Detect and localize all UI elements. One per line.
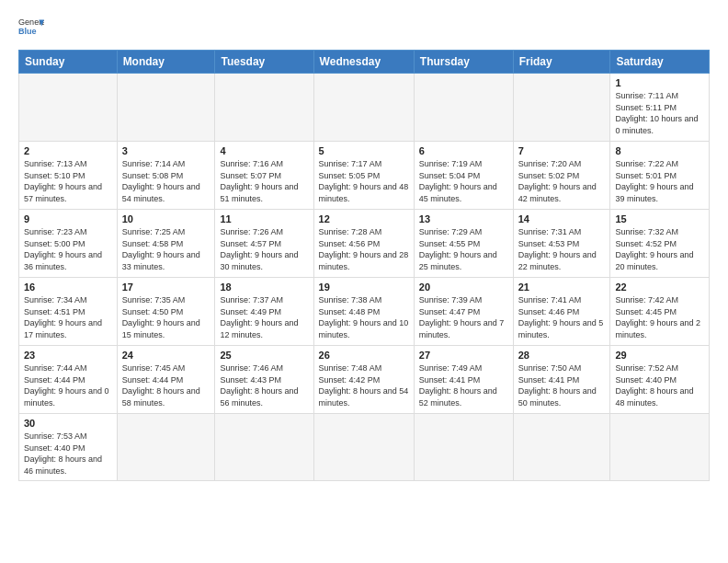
day-info: Sunrise: 7:31 AM Sunset: 4:53 PM Dayligh… (518, 226, 606, 272)
day-info: Sunrise: 7:34 AM Sunset: 4:51 PM Dayligh… (24, 294, 112, 340)
day-info: Sunrise: 7:19 AM Sunset: 5:04 PM Dayligh… (419, 158, 508, 204)
generalblue-logo-icon: General Blue (18, 15, 44, 40)
day-info: Sunrise: 7:14 AM Sunset: 5:08 PM Dayligh… (122, 158, 210, 204)
day-info: Sunrise: 7:53 AM Sunset: 4:40 PM Dayligh… (24, 431, 112, 477)
calendar-cell: 23Sunrise: 7:44 AM Sunset: 4:44 PM Dayli… (19, 346, 118, 414)
calendar-cell (19, 74, 118, 142)
day-info: Sunrise: 7:13 AM Sunset: 5:10 PM Dayligh… (24, 158, 112, 204)
day-number: 20 (419, 282, 508, 293)
day-number: 30 (24, 418, 112, 429)
day-number: 16 (24, 282, 112, 293)
calendar-cell (513, 414, 610, 481)
calendar-cell: 18Sunrise: 7:37 AM Sunset: 4:49 PM Dayli… (215, 278, 313, 346)
calendar-cell: 9Sunrise: 7:23 AM Sunset: 5:00 PM Daylig… (19, 210, 118, 278)
day-info: Sunrise: 7:25 AM Sunset: 4:58 PM Dayligh… (122, 226, 210, 272)
calendar-cell (215, 74, 313, 142)
calendar-cell: 27Sunrise: 7:49 AM Sunset: 4:41 PM Dayli… (414, 346, 513, 414)
calendar-week-row: 2Sunrise: 7:13 AM Sunset: 5:10 PM Daylig… (19, 142, 710, 210)
day-number: 12 (319, 213, 409, 224)
day-info: Sunrise: 7:16 AM Sunset: 5:07 PM Dayligh… (220, 158, 308, 204)
day-number: 22 (615, 282, 704, 293)
calendar-cell: 20Sunrise: 7:39 AM Sunset: 4:47 PM Dayli… (414, 278, 513, 346)
calendar-cell (117, 74, 215, 142)
day-info: Sunrise: 7:20 AM Sunset: 5:02 PM Dayligh… (518, 158, 606, 204)
calendar-cell (610, 414, 710, 481)
calendar-week-row: 23Sunrise: 7:44 AM Sunset: 4:44 PM Dayli… (19, 346, 710, 414)
day-info: Sunrise: 7:32 AM Sunset: 4:52 PM Dayligh… (615, 226, 704, 272)
calendar-cell (117, 414, 215, 481)
day-info: Sunrise: 7:41 AM Sunset: 4:46 PM Dayligh… (518, 294, 606, 340)
calendar-cell: 5Sunrise: 7:17 AM Sunset: 5:05 PM Daylig… (313, 142, 414, 210)
weekday-header-wednesday: Wednesday (313, 51, 414, 74)
calendar-cell: 17Sunrise: 7:35 AM Sunset: 4:50 PM Dayli… (117, 278, 215, 346)
calendar-cell: 26Sunrise: 7:48 AM Sunset: 4:42 PM Dayli… (313, 346, 414, 414)
calendar-cell: 21Sunrise: 7:41 AM Sunset: 4:46 PM Dayli… (513, 278, 610, 346)
weekday-header-tuesday: Tuesday (215, 51, 313, 74)
day-info: Sunrise: 7:42 AM Sunset: 4:45 PM Dayligh… (615, 294, 704, 340)
day-info: Sunrise: 7:11 AM Sunset: 5:11 PM Dayligh… (615, 90, 704, 136)
weekday-header-row: SundayMondayTuesdayWednesdayThursdayFrid… (19, 51, 710, 74)
calendar-cell: 3Sunrise: 7:14 AM Sunset: 5:08 PM Daylig… (117, 142, 215, 210)
calendar-cell (513, 74, 610, 142)
calendar-cell: 4Sunrise: 7:16 AM Sunset: 5:07 PM Daylig… (215, 142, 313, 210)
day-number: 3 (122, 145, 210, 156)
header: General Blue (18, 15, 710, 40)
day-number: 7 (518, 145, 606, 156)
day-number: 10 (122, 213, 210, 224)
day-info: Sunrise: 7:23 AM Sunset: 5:00 PM Dayligh… (24, 226, 112, 272)
calendar-cell: 7Sunrise: 7:20 AM Sunset: 5:02 PM Daylig… (513, 142, 610, 210)
day-number: 24 (122, 350, 210, 361)
calendar-cell: 13Sunrise: 7:29 AM Sunset: 4:55 PM Dayli… (414, 210, 513, 278)
calendar-cell: 30Sunrise: 7:53 AM Sunset: 4:40 PM Dayli… (19, 414, 118, 481)
day-number: 23 (24, 350, 112, 361)
calendar-cell: 25Sunrise: 7:46 AM Sunset: 4:43 PM Dayli… (215, 346, 313, 414)
calendar-cell: 14Sunrise: 7:31 AM Sunset: 4:53 PM Dayli… (513, 210, 610, 278)
calendar-cell: 28Sunrise: 7:50 AM Sunset: 4:41 PM Dayli… (513, 346, 610, 414)
day-number: 11 (220, 213, 308, 224)
day-number: 13 (419, 213, 508, 224)
weekday-header-friday: Friday (513, 51, 610, 74)
calendar-cell: 8Sunrise: 7:22 AM Sunset: 5:01 PM Daylig… (610, 142, 710, 210)
day-info: Sunrise: 7:38 AM Sunset: 4:48 PM Dayligh… (319, 294, 409, 340)
calendar-week-row: 9Sunrise: 7:23 AM Sunset: 5:00 PM Daylig… (19, 210, 710, 278)
day-info: Sunrise: 7:52 AM Sunset: 4:40 PM Dayligh… (615, 362, 704, 408)
day-info: Sunrise: 7:50 AM Sunset: 4:41 PM Dayligh… (518, 362, 606, 408)
day-info: Sunrise: 7:28 AM Sunset: 4:56 PM Dayligh… (319, 226, 409, 272)
day-number: 28 (518, 350, 606, 361)
day-number: 4 (220, 145, 308, 156)
day-info: Sunrise: 7:37 AM Sunset: 4:49 PM Dayligh… (220, 294, 308, 340)
day-number: 1 (615, 77, 704, 88)
calendar-cell (414, 74, 513, 142)
calendar-cell: 15Sunrise: 7:32 AM Sunset: 4:52 PM Dayli… (610, 210, 710, 278)
calendar-cell: 11Sunrise: 7:26 AM Sunset: 4:57 PM Dayli… (215, 210, 313, 278)
weekday-header-sunday: Sunday (19, 51, 118, 74)
calendar-table: SundayMondayTuesdayWednesdayThursdayFrid… (18, 50, 710, 481)
calendar-cell: 24Sunrise: 7:45 AM Sunset: 4:44 PM Dayli… (117, 346, 215, 414)
day-number: 8 (615, 145, 704, 156)
calendar-cell (414, 414, 513, 481)
day-number: 26 (319, 350, 409, 361)
day-number: 15 (615, 213, 704, 224)
day-info: Sunrise: 7:17 AM Sunset: 5:05 PM Dayligh… (319, 158, 409, 204)
day-info: Sunrise: 7:45 AM Sunset: 4:44 PM Dayligh… (122, 362, 210, 408)
day-info: Sunrise: 7:49 AM Sunset: 4:41 PM Dayligh… (419, 362, 508, 408)
calendar-cell (313, 414, 414, 481)
calendar-week-row: 30Sunrise: 7:53 AM Sunset: 4:40 PM Dayli… (19, 414, 710, 481)
day-info: Sunrise: 7:44 AM Sunset: 4:44 PM Dayligh… (24, 362, 112, 408)
day-info: Sunrise: 7:35 AM Sunset: 4:50 PM Dayligh… (122, 294, 210, 340)
calendar-cell: 12Sunrise: 7:28 AM Sunset: 4:56 PM Dayli… (313, 210, 414, 278)
weekday-header-saturday: Saturday (610, 51, 710, 74)
calendar-cell: 29Sunrise: 7:52 AM Sunset: 4:40 PM Dayli… (610, 346, 710, 414)
day-number: 25 (220, 350, 308, 361)
day-number: 14 (518, 213, 606, 224)
calendar-cell: 16Sunrise: 7:34 AM Sunset: 4:51 PM Dayli… (19, 278, 118, 346)
day-number: 21 (518, 282, 606, 293)
weekday-header-thursday: Thursday (414, 51, 513, 74)
day-number: 17 (122, 282, 210, 293)
weekday-header-monday: Monday (117, 51, 215, 74)
calendar-cell (313, 74, 414, 142)
day-number: 18 (220, 282, 308, 293)
day-number: 29 (615, 350, 704, 361)
calendar-cell: 22Sunrise: 7:42 AM Sunset: 4:45 PM Dayli… (610, 278, 710, 346)
calendar-cell: 2Sunrise: 7:13 AM Sunset: 5:10 PM Daylig… (19, 142, 118, 210)
